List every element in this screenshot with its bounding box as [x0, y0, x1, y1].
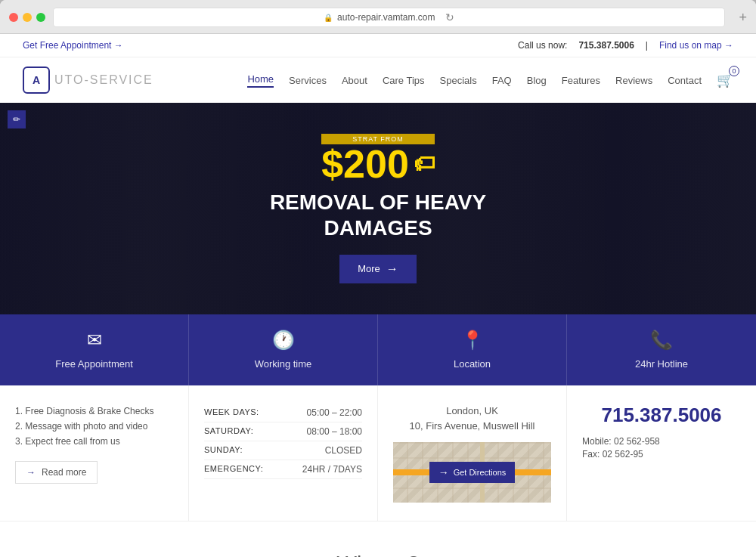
weekdays-label: WEEK DAYS: [204, 407, 259, 418]
nav-specials[interactable]: Specials [440, 75, 477, 86]
hours-row-emergency: EMERGENCY: 24HR / 7DAYS [204, 460, 362, 479]
hero-title-line1: REMOVAL OF HEAVY [270, 190, 486, 214]
hotline-details: 715.387.5006 Mobile: 02 562-958 Fax: 02 … [567, 385, 756, 521]
arrow-icon: → [386, 262, 398, 276]
top-bar-right: Call us now: 715.387.5006 | Find us on m… [518, 40, 733, 51]
fax-detail: Fax: 02 562-95 [582, 449, 741, 460]
info-location[interactable]: 📍 Location [378, 314, 567, 385]
get-directions-button[interactable]: → Get Directions [429, 462, 516, 483]
cart-icon[interactable]: 🛒 0 [717, 72, 733, 88]
hero-content: STRAT FROM $200 🏷 REMOVAL OF HEAVY DAMAG… [270, 134, 486, 283]
nav-care-tips[interactable]: Care Tips [383, 75, 425, 86]
hero-section: ✏ STRAT FROM $200 🏷 REMOVAL OF HEAVY DAM… [0, 103, 756, 314]
hero-title: REMOVAL OF HEAVY DAMAGES [270, 190, 486, 240]
maximize-button[interactable] [36, 13, 45, 22]
logo-icon: A [23, 67, 50, 94]
map-preview: → Get Directions [393, 442, 551, 503]
price-amount: $200 🏷 [321, 144, 435, 184]
header: A UTO-SERVICE Home Services About Care T… [0, 57, 756, 103]
hours-row-saturday: SATURDAY: 08:00 – 18:00 [204, 422, 362, 441]
edit-icon[interactable]: ✏ [8, 110, 26, 128]
hours-row-weekdays: WEEK DAYS: 05:00 – 22:00 [204, 404, 362, 422]
price-value: $200 [321, 144, 409, 184]
cart-badge: 0 [729, 66, 739, 76]
top-bar-left: Get Free Appointment → [23, 40, 123, 51]
working-hours-details: WEEK DAYS: 05:00 – 22:00 SATURDAY: 08:00… [189, 385, 378, 521]
street-address: 10, Firs Avenue, Muswell Hill [410, 420, 535, 432]
mobile-number: 02 562-958 [614, 436, 660, 447]
hours-row-sunday: SUNDAY: CLOSED [204, 441, 362, 460]
info-appointment[interactable]: ✉ Free Appointment [0, 314, 189, 385]
why-us-title: Why us? [337, 552, 420, 557]
minimize-button[interactable] [23, 13, 32, 22]
close-button[interactable] [9, 13, 18, 22]
new-tab-button[interactable]: + [739, 10, 747, 26]
list-item: 2. Message with photo and video [15, 419, 173, 434]
fax-number: 02 562-95 [603, 449, 643, 460]
list-item: 3. Expect free call from us [15, 434, 173, 449]
nav-about[interactable]: About [342, 75, 367, 86]
info-hotline[interactable]: 📞 24hr Hotline [567, 314, 756, 385]
logo-text: UTO-SERVICE [54, 73, 153, 87]
location-address: London, UK 10, Firs Avenue, Muswell Hill [393, 404, 551, 433]
main-nav: Home Services About Care Tips Specials F… [247, 72, 733, 88]
phone-icon: 📞 [578, 330, 745, 351]
saturday-time: 08:00 – 18:00 [307, 426, 362, 437]
hero-title-line2: DAMAGES [324, 216, 432, 240]
clock-icon: 🕐 [200, 330, 366, 351]
logo-name: UTO [54, 73, 84, 86]
sunday-time: CLOSED [325, 445, 362, 456]
why-us-section: Why us? [0, 521, 756, 557]
appointment-list: 1. Free Diagnosis & Brake Checks 2. Mess… [15, 404, 173, 449]
nav-features[interactable]: Features [562, 75, 600, 86]
hero-btn-label: More [358, 263, 380, 274]
read-more-button[interactable]: → Read more [15, 461, 98, 484]
separator: | [646, 40, 648, 51]
find-on-map-link[interactable]: Find us on map → [659, 40, 733, 51]
hotline-number: 715.387.5006 [582, 404, 741, 427]
hours-table: WEEK DAYS: 05:00 – 22:00 SATURDAY: 08:00… [204, 404, 362, 479]
address-bar[interactable]: 🔒 auto-repair.vamtam.com ↻ [53, 8, 725, 27]
location-details: London, UK 10, Firs Avenue, Muswell Hill… [378, 385, 567, 521]
refresh-button[interactable]: ↻ [445, 11, 454, 23]
appointment-details: 1. Free Diagnosis & Brake Checks 2. Mess… [0, 385, 189, 521]
info-working-time[interactable]: 🕐 Working time [189, 314, 378, 385]
mobile-detail: Mobile: 02 562-958 [582, 436, 741, 447]
info-location-label: Location [454, 358, 491, 370]
hero-more-button[interactable]: More → [339, 255, 417, 283]
logo-sub: -SERVICE [84, 73, 153, 86]
call-label: Call us now: [518, 40, 567, 51]
nav-contact[interactable]: Contact [668, 75, 702, 86]
price-badge: STRAT FROM $200 🏷 [321, 134, 435, 184]
url-text: auto-repair.vamtam.com [337, 12, 435, 23]
logo[interactable]: A UTO-SERVICE [23, 67, 153, 94]
info-working-label: Working time [255, 358, 312, 370]
browser-dots [9, 13, 45, 22]
arrow-icon: → [26, 467, 36, 478]
nav-faq[interactable]: FAQ [492, 75, 512, 86]
envelope-icon: ✉ [11, 330, 177, 351]
nav-home[interactable]: Home [247, 73, 274, 88]
read-more-label: Read more [42, 467, 86, 478]
emergency-time: 24HR / 7DAYS [302, 464, 362, 475]
list-item: 1. Free Diagnosis & Brake Checks [15, 404, 173, 419]
weekdays-time: 05:00 – 22:00 [307, 407, 362, 418]
nav-blog[interactable]: Blog [527, 75, 547, 86]
nav-services[interactable]: Services [289, 75, 327, 86]
browser-chrome: 🔒 auto-repair.vamtam.com ↻ + [0, 0, 756, 34]
get-directions-label: Get Directions [454, 468, 507, 477]
details-section: 1. Free Diagnosis & Brake Checks 2. Mess… [0, 385, 756, 521]
top-bar: Get Free Appointment → Call us now: 715.… [0, 34, 756, 57]
sunday-label: SUNDAY: [204, 445, 243, 456]
info-hotline-label: 24hr Hotline [635, 358, 688, 370]
location-pin-icon: 📍 [389, 330, 555, 351]
mobile-label: Mobile: [582, 436, 612, 447]
nav-reviews[interactable]: Reviews [615, 75, 652, 86]
emergency-label: EMERGENCY: [204, 464, 263, 475]
free-appointment-link[interactable]: Get Free Appointment → [23, 40, 123, 51]
page-content: Get Free Appointment → Call us now: 715.… [0, 34, 756, 557]
logo-letter: A [33, 74, 40, 86]
price-tag-icon: 🏷 [414, 153, 435, 175]
phone-number: 715.387.5006 [578, 40, 634, 51]
city: London, UK [446, 405, 498, 416]
